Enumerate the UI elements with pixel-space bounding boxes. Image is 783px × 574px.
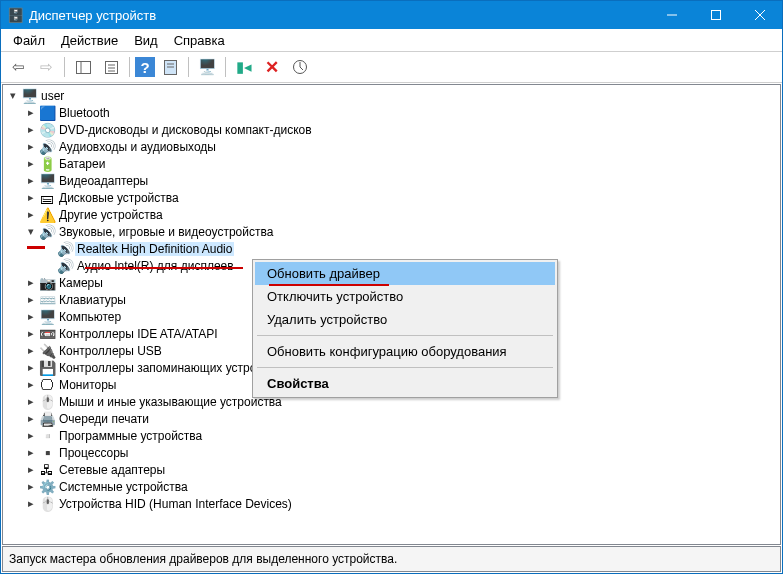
update-driver-button[interactable]: 🖥️ [194,54,220,80]
menubar: Файл Действие Вид Справка [1,29,782,52]
cpu-icon: ▪️ [39,445,55,461]
kbd-icon: ⌨️ [39,292,55,308]
annotation-mark [269,284,389,286]
expand-icon[interactable]: ▸ [25,140,37,153]
warn-icon: ⚠️ [39,207,55,223]
snd-icon: 🔊 [57,258,73,274]
net-icon: 🖧 [39,462,55,478]
ctx-update-driver[interactable]: Обновить драйвер [255,262,555,285]
pc-icon: 🖥️ [21,88,37,104]
snd-icon: 🔊 [57,241,73,257]
tree-node[interactable]: ▾🖥️user [7,87,776,104]
node-label: Контроллеры запоминающих устройств [57,361,283,375]
window-title: Диспетчер устройств [29,8,650,23]
tree-node[interactable]: ▸🟦Bluetooth [7,104,776,121]
bat-icon: 🔋 [39,156,55,172]
prop-sheet-button[interactable] [157,54,183,80]
tree-node[interactable]: ▸💿DVD-дисководы и дисководы компакт-диск… [7,121,776,138]
expand-icon[interactable]: ▸ [25,174,37,187]
tree-node[interactable]: ▸▪️Процессоры [7,444,776,461]
node-label: Клавиатуры [57,293,128,307]
cam-icon: 📷 [39,275,55,291]
ctx-scan-hardware[interactable]: Обновить конфигурацию оборудования [255,340,555,363]
expand-icon[interactable]: ▸ [25,344,37,357]
expand-icon[interactable]: ▸ [25,191,37,204]
expand-icon[interactable]: ▸ [25,157,37,170]
bt-icon: 🟦 [39,105,55,121]
toolbar: ⇦ ⇨ ? 🖥️ ▮◂ ✕ [1,52,782,83]
menu-action[interactable]: Действие [53,30,126,51]
expand-icon[interactable]: ▸ [25,276,37,289]
expand-icon[interactable]: ▸ [25,497,37,510]
tree-node[interactable]: 🔊Realtek High Definition Audio [7,240,776,257]
show-hide-tree-button[interactable] [70,54,96,80]
collapse-icon[interactable]: ▾ [25,225,37,238]
prn-icon: 🖨️ [39,411,55,427]
separator [257,335,553,336]
node-label: user [39,89,66,103]
tree-node[interactable]: ▸🖨️Очереди печати [7,410,776,427]
node-label: Камеры [57,276,105,290]
uninstall-device-button[interactable]: ✕ [259,54,285,80]
tree-node[interactable]: ▸🖱️Устройства HID (Human Interface Devic… [7,495,776,512]
tree-node[interactable]: ▸▫️Программные устройства [7,427,776,444]
ctx-properties[interactable]: Свойства [255,372,555,395]
menu-help[interactable]: Справка [166,30,233,51]
annotation-mark [85,267,243,269]
tree-node[interactable]: ▸🖥️Видеоадаптеры [7,172,776,189]
sw-icon: ▫️ [39,428,55,444]
menu-file[interactable]: Файл [5,30,53,51]
node-label: DVD-дисководы и дисководы компакт-дисков [57,123,314,137]
pc-icon: 🖥️ [39,309,55,325]
tree-node[interactable]: ▸⚙️Системные устройства [7,478,776,495]
scan-hardware-button[interactable] [287,54,313,80]
node-label: Дисковые устройства [57,191,181,205]
ctx-disable-device[interactable]: Отключить устройство [255,285,555,308]
help-button[interactable]: ? [135,57,155,77]
node-label: Контроллеры USB [57,344,164,358]
ctx-remove-device[interactable]: Удалить устройство [255,308,555,331]
expand-icon[interactable]: ▸ [25,293,37,306]
app-icon: 🗄️ [7,7,23,23]
close-button[interactable] [738,1,782,29]
expand-icon[interactable]: ▸ [25,395,37,408]
expand-icon[interactable]: ▸ [25,106,37,119]
expand-icon[interactable]: ▸ [25,446,37,459]
node-label: Процессоры [57,446,131,460]
tree-node[interactable]: ▾🔊Звуковые, игровые и видеоустройства [7,223,776,240]
back-button[interactable]: ⇦ [5,54,31,80]
properties-button[interactable] [98,54,124,80]
menu-view[interactable]: Вид [126,30,166,51]
expand-icon[interactable]: ▸ [25,429,37,442]
enable-device-button[interactable]: ▮◂ [231,54,257,80]
expand-icon[interactable]: ▸ [25,361,37,374]
tree-node[interactable]: ▸🖧Сетевые адаптеры [7,461,776,478]
expand-icon[interactable]: ▸ [25,412,37,425]
expand-icon[interactable]: ▸ [25,208,37,221]
tree-node[interactable]: ▸🔋Батареи [7,155,776,172]
minimize-button[interactable] [650,1,694,29]
node-label: Устройства HID (Human Interface Devices) [57,497,294,511]
expand-icon[interactable]: ▸ [25,480,37,493]
separator [257,367,553,368]
titlebar: 🗄️ Диспетчер устройств [1,1,782,29]
separator [129,57,130,77]
expand-icon[interactable]: ▸ [25,310,37,323]
node-label: Системные устройства [57,480,190,494]
node-label: Мыши и иные указывающие устройства [57,395,284,409]
tree-node[interactable]: ▸⚠️Другие устройства [7,206,776,223]
disp-icon: 🖥️ [39,173,55,189]
context-menu: Обновить драйвер Отключить устройство Уд… [252,259,558,398]
expand-icon[interactable]: ▸ [25,378,37,391]
expand-icon[interactable]: ▸ [25,123,37,136]
forward-button[interactable]: ⇨ [33,54,59,80]
expand-icon[interactable]: ▸ [25,327,37,340]
expand-icon[interactable]: ▸ [25,463,37,476]
mouse-icon: 🖱️ [39,394,55,410]
separator [225,57,226,77]
collapse-icon[interactable]: ▾ [7,89,19,102]
tree-node[interactable]: ▸🔊Аудиовходы и аудиовыходы [7,138,776,155]
tree-node[interactable]: ▸🖴Дисковые устройства [7,189,776,206]
node-label: Другие устройства [57,208,165,222]
maximize-button[interactable] [694,1,738,29]
